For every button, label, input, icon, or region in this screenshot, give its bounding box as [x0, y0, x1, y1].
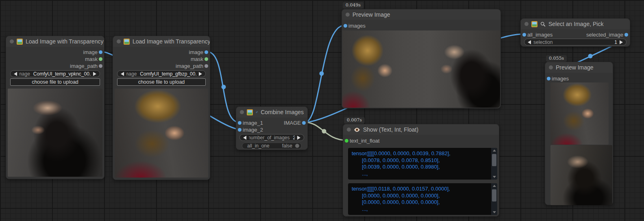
- collapse-dot[interactable]: [346, 13, 350, 17]
- combo-value: 1: [614, 39, 617, 45]
- slot-dot-mask[interactable]: [99, 57, 102, 61]
- slot-label: images: [552, 76, 569, 82]
- execution-time-badge: 0.007s: [344, 117, 365, 124]
- scroll-up-icon[interactable]: [491, 148, 497, 153]
- node-title[interactable]: Select an Image, Pick: [521, 19, 630, 29]
- slot-input-text-int-float: text_int_float: [343, 137, 499, 144]
- scroll-thumb[interactable]: [492, 154, 496, 166]
- node-combine-images[interactable]: Combine Images image_1 image_2 IMAGE num…: [236, 106, 308, 150]
- combo-value: 2: [293, 135, 295, 141]
- wire-midpoint-dot[interactable]: [322, 129, 326, 134]
- slot-dot-image2[interactable]: [238, 128, 242, 132]
- slot-dot-images[interactable]: [547, 77, 550, 80]
- slot-dot-images[interactable]: [344, 24, 347, 28]
- node-show-text-int-float[interactable]: Show (Text, Int, Float) text_int_float t…: [343, 124, 499, 217]
- toggle-knob-icon[interactable]: [295, 144, 299, 148]
- scrollbar[interactable]: [491, 148, 497, 180]
- arrow-left-icon[interactable]: [121, 72, 124, 76]
- collapse-dot[interactable]: [524, 22, 529, 26]
- collapse-dot[interactable]: [347, 128, 351, 132]
- arrow-right-icon[interactable]: [297, 136, 300, 140]
- scroll-down-icon[interactable]: [491, 210, 497, 215]
- tensor-output-textarea-1[interactable]: tensor([[[[0.0000, 0.0000, 0.0039, 0.788…: [348, 148, 497, 180]
- collapse-dot[interactable]: [549, 65, 553, 69]
- wire-midpoint-dot[interactable]: [320, 72, 324, 76]
- slot-output-image-path: image_path: [6, 63, 104, 69]
- image-filename-combo[interactable]: imageComfyUI_temp_gfbzp_00...: [117, 70, 206, 77]
- node-title-label: Preview Image: [556, 64, 594, 71]
- arrow-right-icon[interactable]: [620, 40, 623, 44]
- node-preview-image-top[interactable]: Preview Image images: [342, 9, 501, 108]
- slot-dot-image-path[interactable]: [205, 64, 208, 68]
- node-title[interactable]: Preview Image: [342, 9, 500, 20]
- node-title-label: Combine Images: [261, 109, 304, 115]
- slot-label: images: [348, 23, 366, 29]
- arrow-left-icon[interactable]: [243, 136, 246, 140]
- node-title-label: Load Image with Transparency: [133, 38, 210, 45]
- choose-file-button[interactable]: choose file to upload: [10, 78, 100, 86]
- execution-time-badge: 0.055s: [546, 55, 567, 62]
- slot-label: image_path: [70, 63, 98, 69]
- slot-dot-selected-image[interactable]: [624, 33, 628, 37]
- link-icon: [256, 109, 258, 115]
- search-icon: [540, 22, 546, 27]
- slot-dot-text-int-float[interactable]: [345, 139, 348, 143]
- slot-label: image: [83, 49, 98, 55]
- combo-label: number_of_images: [249, 135, 290, 141]
- node-title[interactable]: Preview Image: [545, 62, 613, 73]
- node-title-label: Show (Text, Int, Float): [363, 126, 418, 133]
- slot-output-image: image: [6, 49, 104, 56]
- slot-dot-image-path[interactable]: [99, 64, 102, 68]
- node-title[interactable]: Combine Images: [236, 107, 307, 117]
- image-filename-combo[interactable]: imageComfyUI_temp_vpknc_00...: [10, 70, 100, 77]
- choose-file-button[interactable]: choose file to upload: [117, 78, 206, 86]
- wire-combine-to-preview-top[interactable]: [305, 25, 345, 122]
- tensor-output-textarea-2[interactable]: tensor([[[[0.0118, 0.0000, 0.0157, 0.000…: [348, 183, 497, 215]
- combo-value: ComfyUI_temp_vpknc_00...: [33, 71, 91, 77]
- eye-icon: [354, 127, 360, 132]
- slot-input-images: images: [342, 22, 500, 29]
- slot-label: IMAGE: [284, 120, 301, 126]
- wire-midpoint-dot[interactable]: [222, 85, 226, 89]
- combo-value: ComfyUI_temp_gfbzp_00...: [140, 71, 196, 77]
- number-of-images-combo[interactable]: number_of_images2: [239, 134, 304, 141]
- toggle-value: false: [282, 143, 292, 149]
- all-in-one-toggle[interactable]: all_in_one false: [242, 143, 302, 149]
- node-preview-image-right[interactable]: Preview Image images: [545, 62, 613, 205]
- selection-combo[interactable]: selection1: [524, 39, 627, 46]
- scroll-up-icon[interactable]: [491, 183, 497, 188]
- node-title[interactable]: Show (Text, Int, Float): [343, 124, 499, 135]
- arrow-left-icon[interactable]: [14, 72, 17, 76]
- node-title[interactable]: Load Image with Transparency: [113, 36, 210, 47]
- slot-input-images: images: [545, 75, 613, 82]
- node-load-image-1[interactable]: Load Image with Transparency image mask …: [6, 36, 104, 179]
- collapse-dot[interactable]: [10, 39, 14, 43]
- collapse-dot[interactable]: [240, 110, 244, 114]
- slot-output-image-path: image_path: [113, 63, 210, 69]
- slot-input-image2: image_2: [236, 126, 307, 133]
- arrow-left-icon[interactable]: [528, 40, 531, 44]
- arrow-right-icon[interactable]: [93, 72, 96, 76]
- image-preview: [8, 89, 102, 177]
- arrow-right-icon[interactable]: [199, 72, 202, 76]
- slot-dot-image-out[interactable]: [302, 121, 306, 125]
- image-icon: [247, 109, 253, 115]
- slot-dot-image[interactable]: [99, 50, 102, 54]
- scrollbar[interactable]: [491, 183, 497, 215]
- collapse-dot[interactable]: [117, 39, 121, 43]
- node-select-an-image[interactable]: Select an Image, Pick all_images selecte…: [520, 18, 630, 47]
- slot-label: mask: [85, 56, 98, 62]
- image-preview-1: [550, 82, 609, 145]
- slot-output-image: IMAGE: [236, 119, 307, 126]
- node-load-image-2[interactable]: Load Image with Transparency image mask …: [113, 36, 210, 180]
- scroll-thumb[interactable]: [492, 189, 496, 202]
- image-preview: [115, 89, 208, 178]
- execution-time-badge: 0.049s: [343, 2, 363, 9]
- slot-dot-mask[interactable]: [205, 57, 208, 61]
- node-title[interactable]: Load Image with Transparency: [6, 36, 104, 47]
- node-graph-canvas[interactable]: Load Image with Transparency image mask …: [0, 0, 644, 221]
- slot-dot-image[interactable]: [205, 50, 208, 54]
- wire-midpoint-dot[interactable]: [588, 54, 593, 58]
- slot-output-mask: mask: [6, 56, 104, 63]
- scroll-down-icon[interactable]: [491, 174, 497, 180]
